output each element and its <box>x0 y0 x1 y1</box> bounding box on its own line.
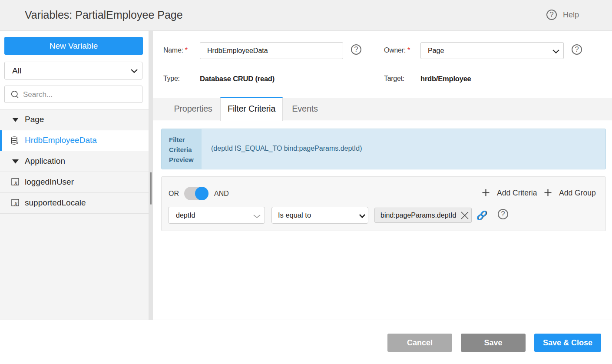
svg-text:x: x <box>16 139 18 145</box>
svg-text:x: x <box>14 200 18 207</box>
svg-text:x: x <box>14 179 18 186</box>
